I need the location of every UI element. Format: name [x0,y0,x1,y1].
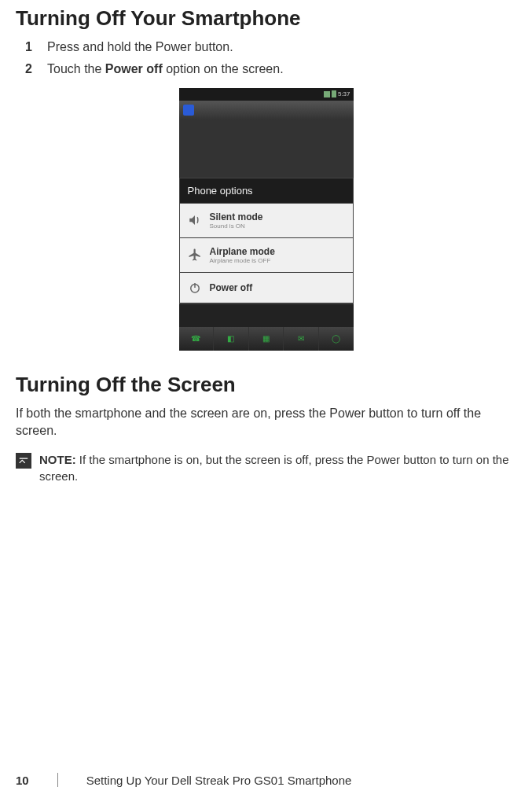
heading-turning-off-smartphone: Turning Off Your Smartphone [16,6,516,31]
dialog-item-title: Power off [210,282,253,293]
phone-statusbar: 5:37 [179,88,354,101]
signal-icon [324,91,330,97]
dialog-item-sub: Airplane mode is OFF [210,257,275,264]
airplane-icon [188,248,202,262]
dialog-item-title: Airplane mode [210,246,275,257]
phone-search-bar [179,101,354,120]
phone-home-area [179,120,354,178]
note-block: NOTE: If the smartphone is on, but the s… [16,451,516,484]
nav-phone-icon: ☎ [179,327,215,351]
step-text: Press and hold the Power button. [47,39,233,56]
nav-browser-icon: ◯ [319,327,354,351]
note-body: If the smartphone is on, but the screen … [39,453,509,483]
step-1: 1 Press and hold the Power button. [25,39,516,56]
step-number: 2 [25,61,36,78]
note-label: NOTE: [39,453,76,466]
speaker-icon [188,213,202,227]
step-2: 2 Touch the Power off option on the scre… [25,61,516,78]
footer-divider [57,773,58,787]
dialog-item-power-off: Power off [180,273,353,303]
note-icon [16,453,31,469]
note-text: NOTE: If the smartphone is on, but the s… [39,451,516,484]
dialog-item-sub: Sound is ON [210,222,263,230]
status-time: 5:37 [338,90,350,97]
step-text-bold: Power off [105,62,163,75]
phone-options-dialog: Phone options Silent mode Sound is ON Ai… [179,178,354,304]
page-footer: 10 Setting Up Your Dell Streak Pro GS01 … [16,773,516,787]
step-text-post: option on the screen. [163,62,284,75]
battery-icon [332,90,336,97]
power-icon [188,281,202,295]
phone-frame: 5:37 Phone options Silent mode Sound is … [179,88,354,351]
nav-apps-icon: ▦ [249,327,284,351]
phone-navbar: ☎ ◧ ▦ ✉ ◯ [179,327,354,351]
dialog-title: Phone options [180,178,353,204]
nav-mail-icon: ✉ [284,327,319,351]
heading-turning-off-screen: Turning Off the Screen [16,373,516,397]
dialog-item-silent: Silent mode Sound is ON [180,204,353,238]
nav-contacts-icon: ◧ [214,327,249,351]
dialog-item-airplane: Airplane mode Airplane mode is OFF [180,238,353,273]
footer-chapter: Setting Up Your Dell Streak Pro GS01 Sma… [86,774,352,787]
dialog-item-title: Silent mode [210,211,263,222]
step-text-pre: Touch the [47,62,105,75]
phone-screenshot: 5:37 Phone options Silent mode Sound is … [16,88,516,351]
search-icon [183,105,194,116]
body-turn-off-screen: If both the smartphone and the screen ar… [16,405,516,440]
step-text: Touch the Power off option on the screen… [47,61,284,78]
page-number: 10 [16,774,29,787]
step-number: 1 [25,39,36,56]
